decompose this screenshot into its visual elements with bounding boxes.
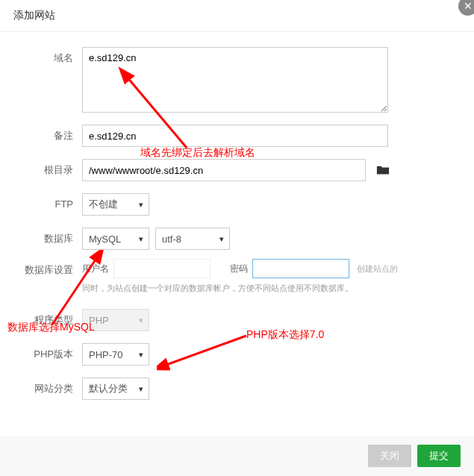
note-input[interactable]	[82, 125, 388, 147]
prog-select: PHP	[82, 309, 149, 331]
folder-icon[interactable]	[376, 165, 390, 175]
db-pass-input[interactable]	[252, 259, 349, 278]
db-pass-label: 密码	[230, 263, 248, 275]
root-input[interactable]	[82, 159, 366, 181]
ftp-label: FTP	[7, 193, 82, 216]
db-help: 同时，为站点创建一个对应的数据库帐户，方便不同站点使用不同数据库。	[82, 283, 353, 294]
db-label: 数据库	[7, 228, 82, 250]
category-select[interactable]: 默认分类	[82, 378, 149, 400]
submit-button[interactable]: 提交	[417, 445, 461, 467]
phpver-select[interactable]: PHP-70	[82, 343, 149, 366]
domain-label: 域名	[7, 47, 82, 69]
phpver-label: PHP版本	[7, 343, 82, 366]
domain-input[interactable]: e.sd129.cn	[82, 47, 388, 113]
db-settings-label: 数据库设置	[7, 259, 82, 281]
category-label: 网站分类	[7, 378, 82, 400]
dialog-footer: 关闭 提交	[0, 436, 474, 476]
root-label: 根目录	[7, 159, 82, 181]
prog-label: 程序类型	[7, 309, 82, 331]
note-label: 备注	[7, 125, 82, 147]
db-engine-select[interactable]: MySQL	[82, 228, 149, 250]
db-user-label: 用户名	[82, 263, 109, 275]
db-hint: 创建站点的	[357, 263, 398, 275]
dialog-title: 添加网站	[0, 0, 474, 32]
db-charset-select[interactable]: utf-8	[155, 228, 230, 250]
db-user-input[interactable]	[113, 259, 211, 278]
close-button[interactable]: 关闭	[368, 445, 411, 467]
ftp-select[interactable]: 不创建	[82, 193, 149, 216]
